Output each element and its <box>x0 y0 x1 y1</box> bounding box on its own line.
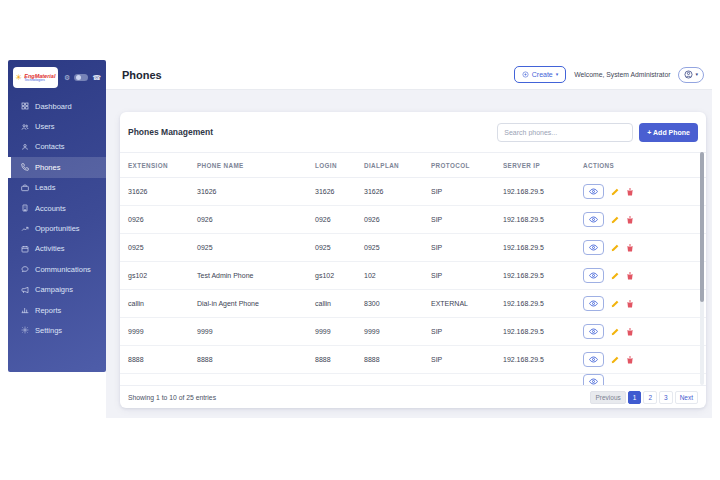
column-header-protocol: PROTOCOL <box>431 162 503 169</box>
sidebar-item-communications[interactable]: Communications <box>8 259 106 279</box>
pagination-page-3-button[interactable]: 3 <box>659 391 673 404</box>
pagination-page-1-button[interactable]: 1 <box>628 391 642 404</box>
delete-button[interactable] <box>626 244 634 252</box>
cell-protocol: SIP <box>431 216 503 223</box>
pencil-icon <box>611 188 619 196</box>
sidebar-item-reports[interactable]: Reports <box>8 300 106 320</box>
add-phone-button[interactable]: + Add Phone <box>639 123 698 142</box>
create-button[interactable]: Create ▾ <box>514 66 567 83</box>
delete-button[interactable] <box>626 188 634 196</box>
sidebar-item-opportunities[interactable]: Opportunities <box>8 218 106 238</box>
edit-button[interactable] <box>611 244 619 252</box>
view-button[interactable] <box>583 374 604 385</box>
eye-icon <box>589 215 598 224</box>
view-button[interactable] <box>583 268 604 283</box>
table-row: gs102 Test Admin Phone gs102 102 SIP 192… <box>120 262 706 290</box>
cell-phone-name: 9999 <box>197 328 315 335</box>
pagination-next-button[interactable]: Next <box>675 391 698 404</box>
column-header-phone-name: PHONE NAME <box>197 162 315 169</box>
table-scrollbar[interactable] <box>700 152 704 385</box>
phone-status-icon[interactable]: ☎ <box>92 74 101 82</box>
cell-phone-name: 0925 <box>197 244 315 251</box>
edit-button[interactable] <box>611 216 619 224</box>
sidebar-item-contacts[interactable]: Contacts <box>8 137 106 157</box>
cell-protocol: EXTERNAL <box>431 300 503 307</box>
sidebar-item-label: Activities <box>35 244 65 253</box>
edit-button[interactable] <box>611 356 619 364</box>
search-input[interactable] <box>497 123 633 142</box>
contact-icon <box>21 143 29 151</box>
view-button[interactable] <box>583 184 604 199</box>
trash-icon <box>626 244 634 252</box>
cell-protocol: SIP <box>431 244 503 251</box>
delete-button[interactable] <box>626 356 634 364</box>
building-icon <box>21 204 29 212</box>
cell-actions <box>583 268 706 283</box>
table-header-row: EXTENSION PHONE NAME LOGIN DIALPLAN PROT… <box>120 152 706 178</box>
gear-icon <box>21 326 29 334</box>
eye-icon <box>589 243 598 252</box>
cell-server-ip: 192.168.29.5 <box>503 188 583 195</box>
app-root: ✳ EngMaterial Technologies ⚙ ☎ Dashboard… <box>0 0 720 480</box>
edit-button[interactable] <box>611 328 619 336</box>
sidebar-item-users[interactable]: Users <box>8 116 106 136</box>
sidebar: ✳ EngMaterial Technologies ⚙ ☎ Dashboard… <box>8 60 106 372</box>
view-button[interactable] <box>583 212 604 227</box>
edit-button[interactable] <box>611 188 619 196</box>
sidebar-item-campaigns[interactable]: Campaigns <box>8 280 106 300</box>
cell-actions <box>583 240 706 255</box>
pagination: Previous 1 2 3 Next <box>590 391 698 404</box>
chevron-down-icon: ▾ <box>695 72 698 77</box>
gear-icon[interactable]: ⚙ <box>64 74 70 82</box>
cell-phone-name: Test Admin Phone <box>197 272 315 279</box>
delete-button[interactable] <box>626 216 634 224</box>
table-row: 9999 9999 9999 9999 SIP 192.168.29.5 <box>120 318 706 346</box>
cell-login: 8888 <box>315 356 364 363</box>
cell-protocol: SIP <box>431 272 503 279</box>
table-row: 0926 0926 0926 0926 SIP 192.168.29.5 <box>120 206 706 234</box>
delete-button[interactable] <box>626 328 634 336</box>
cell-extension: 8888 <box>128 356 197 363</box>
calendar-icon <box>21 245 29 253</box>
delete-button[interactable] <box>626 272 634 280</box>
cell-dialplan: 8888 <box>364 356 431 363</box>
sidebar-item-accounts[interactable]: Accounts <box>8 198 106 218</box>
brand-tagline: Technologies <box>24 79 55 83</box>
bar-chart-icon <box>21 306 29 314</box>
view-button[interactable] <box>583 324 604 339</box>
plus-circle-icon <box>522 71 529 78</box>
sidebar-item-phones[interactable]: Phones <box>8 157 106 177</box>
user-menu-button[interactable]: ▾ <box>678 67 704 83</box>
sidebar-item-dashboard[interactable]: Dashboard <box>8 96 106 116</box>
card-footer: Showing 1 to 10 of 25 entries Previous 1… <box>120 385 706 408</box>
cell-actions <box>583 296 706 311</box>
scrollbar-thumb[interactable] <box>700 152 704 302</box>
welcome-text: Welcome, System Administrator <box>574 71 670 78</box>
view-button[interactable] <box>583 240 604 255</box>
pencil-icon <box>611 216 619 224</box>
sidebar-item-activities[interactable]: Activities <box>8 239 106 259</box>
pagination-page-2-button[interactable]: 2 <box>643 391 657 404</box>
cell-extension: gs102 <box>128 272 197 279</box>
cell-protocol: SIP <box>431 356 503 363</box>
cell-login: 31626 <box>315 188 364 195</box>
sidebar-menu: Dashboard Users Contacts Phones Leads Ac… <box>8 96 106 341</box>
table-row: 31626 31626 31626 31626 SIP 192.168.29.5 <box>120 178 706 206</box>
content-area: Phones Management + Add Phone EXTENSION … <box>106 90 712 418</box>
view-button[interactable] <box>583 296 604 311</box>
view-button[interactable] <box>583 352 604 367</box>
theme-toggle[interactable] <box>74 74 88 81</box>
pagination-previous-button[interactable]: Previous <box>590 391 625 404</box>
sidebar-item-label: Dashboard <box>35 102 72 111</box>
brand-logo[interactable]: ✳ EngMaterial Technologies <box>13 67 58 88</box>
cell-phone-name: Dial-in Agent Phone <box>197 300 315 307</box>
sidebar-item-leads[interactable]: Leads <box>8 178 106 198</box>
pencil-icon <box>611 272 619 280</box>
sidebar-item-settings[interactable]: Settings <box>8 320 106 340</box>
edit-button[interactable] <box>611 272 619 280</box>
delete-button[interactable] <box>626 300 634 308</box>
card-title: Phones Management <box>128 127 213 137</box>
table-row: 8888 8888 8888 8888 SIP 192.168.29.5 <box>120 346 706 374</box>
sidebar-item-label: Contacts <box>35 142 65 151</box>
edit-button[interactable] <box>611 300 619 308</box>
